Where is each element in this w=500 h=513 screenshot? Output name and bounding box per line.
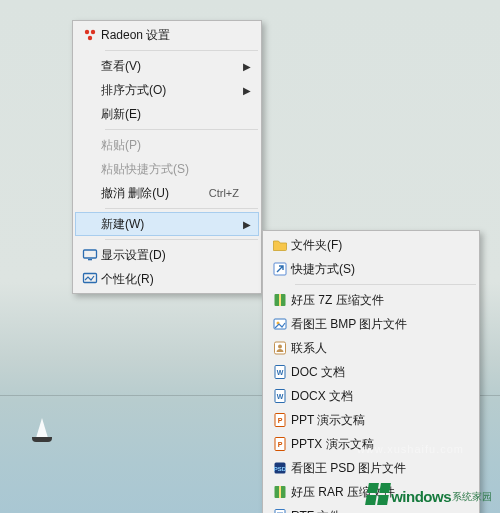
rtf-icon <box>269 508 291 513</box>
menu-label: 粘贴(P) <box>101 137 239 154</box>
menu-label: RTF 文件 <box>291 508 469 514</box>
menu-label: 撤消 删除(U) <box>101 185 193 202</box>
menu-item-rtf[interactable]: RTF 文件 <box>265 504 477 513</box>
menu-label: 联系人 <box>291 340 469 357</box>
menu-item-paste-shortcut: 粘贴快捷方式(S) <box>75 157 259 181</box>
menu-item-shortcut[interactable]: 快捷方式(S) <box>265 257 477 281</box>
personalize-icon <box>79 271 101 287</box>
menu-label: PPT 演示文稿 <box>291 412 469 429</box>
menu-item-doc[interactable]: W DOC 文档 <box>265 360 477 384</box>
menu-item-refresh[interactable]: 刷新(E) <box>75 102 259 126</box>
menu-label: 排序方式(O) <box>101 82 239 99</box>
new-submenu: 文件夹(F) 快捷方式(S) 好压 7Z 压缩文件 看图王 BMP 图片文件 联… <box>262 230 480 513</box>
menu-label: 查看(V) <box>101 58 239 75</box>
menu-item-radeon[interactable]: Radeon 设置 <box>75 23 259 47</box>
windows-logo-icon <box>365 483 391 505</box>
menu-item-new[interactable]: 新建(W) ▶ <box>75 212 259 236</box>
menu-item-undo-delete[interactable]: 撤消 删除(U) Ctrl+Z <box>75 181 259 205</box>
menu-item-docx[interactable]: W DOCX 文档 <box>265 384 477 408</box>
svg-text:W: W <box>277 369 284 376</box>
svg-rect-24 <box>279 486 281 498</box>
radeon-icon <box>79 27 101 43</box>
menu-label: 文件夹(F) <box>291 237 469 254</box>
svg-point-2 <box>88 36 92 40</box>
ppt-icon: P <box>269 412 291 428</box>
menu-separator <box>105 208 258 209</box>
desktop-context-menu: Radeon 设置 查看(V) ▶ 排序方式(O) ▶ 刷新(E) 粘贴(P) … <box>72 20 262 294</box>
menu-label: 看图王 PSD 图片文件 <box>291 460 469 477</box>
menu-separator <box>295 284 476 285</box>
bmp-icon <box>269 316 291 332</box>
docx-icon: W <box>269 388 291 404</box>
svg-point-0 <box>85 30 89 34</box>
menu-item-folder[interactable]: 文件夹(F) <box>265 233 477 257</box>
svg-text:P: P <box>278 417 283 424</box>
sailboat-graphic <box>36 418 48 438</box>
contact-icon <box>269 340 291 356</box>
svg-rect-4 <box>88 259 92 260</box>
submenu-arrow-icon: ▶ <box>239 61 251 72</box>
menu-item-sort[interactable]: 排序方式(O) ▶ <box>75 78 259 102</box>
psd-icon: PSD <box>269 460 291 476</box>
menu-label: 快捷方式(S) <box>291 261 469 278</box>
watermark-main: windows <box>391 488 451 505</box>
svg-rect-25 <box>275 510 285 514</box>
menu-label: 好压 7Z 压缩文件 <box>291 292 469 309</box>
svg-text:P: P <box>278 441 283 448</box>
submenu-arrow-icon: ▶ <box>239 219 251 230</box>
archive-rar-icon <box>269 484 291 500</box>
submenu-arrow-icon: ▶ <box>239 85 251 96</box>
shortcut-icon <box>269 261 291 277</box>
menu-separator <box>105 129 258 130</box>
svg-point-1 <box>91 30 95 34</box>
menu-accelerator: Ctrl+Z <box>209 187 239 199</box>
svg-text:W: W <box>277 393 284 400</box>
menu-label: DOC 文档 <box>291 364 469 381</box>
menu-label: 显示设置(D) <box>101 247 239 264</box>
menu-label: 刷新(E) <box>101 106 239 123</box>
menu-item-contact[interactable]: 联系人 <box>265 336 477 360</box>
menu-separator <box>105 50 258 51</box>
archive-7z-icon <box>269 292 291 308</box>
svg-rect-5 <box>84 274 97 283</box>
menu-item-psd[interactable]: PSD 看图王 PSD 图片文件 <box>265 456 477 480</box>
menu-label: 粘贴快捷方式(S) <box>101 161 239 178</box>
menu-item-view[interactable]: 查看(V) ▶ <box>75 54 259 78</box>
menu-item-ppt[interactable]: P PPT 演示文稿 <box>265 408 477 432</box>
svg-rect-3 <box>84 250 97 258</box>
menu-label: 新建(W) <box>101 216 239 233</box>
menu-item-personalize[interactable]: 个性化(R) <box>75 267 259 291</box>
svg-point-12 <box>278 345 282 349</box>
menu-item-7z[interactable]: 好压 7Z 压缩文件 <box>265 288 477 312</box>
svg-text:PSD: PSD <box>274 466 287 472</box>
folder-icon <box>269 237 291 253</box>
menu-label: 看图王 BMP 图片文件 <box>291 316 469 333</box>
doc-icon: W <box>269 364 291 380</box>
menu-item-display-settings[interactable]: 显示设置(D) <box>75 243 259 267</box>
display-settings-icon <box>79 247 101 263</box>
watermark-sub: 系统家园 <box>452 490 492 504</box>
watermark-logo: windows 系统家园 <box>367 483 492 505</box>
menu-label: Radeon 设置 <box>101 27 239 44</box>
watermark-url: www.xushaifu.com <box>357 443 464 455</box>
svg-rect-8 <box>279 294 281 306</box>
menu-label: 个性化(R) <box>101 271 239 288</box>
menu-label: DOCX 文档 <box>291 388 469 405</box>
menu-item-paste: 粘贴(P) <box>75 133 259 157</box>
menu-separator <box>105 239 258 240</box>
pptx-icon: P <box>269 436 291 452</box>
menu-item-bmp[interactable]: 看图王 BMP 图片文件 <box>265 312 477 336</box>
